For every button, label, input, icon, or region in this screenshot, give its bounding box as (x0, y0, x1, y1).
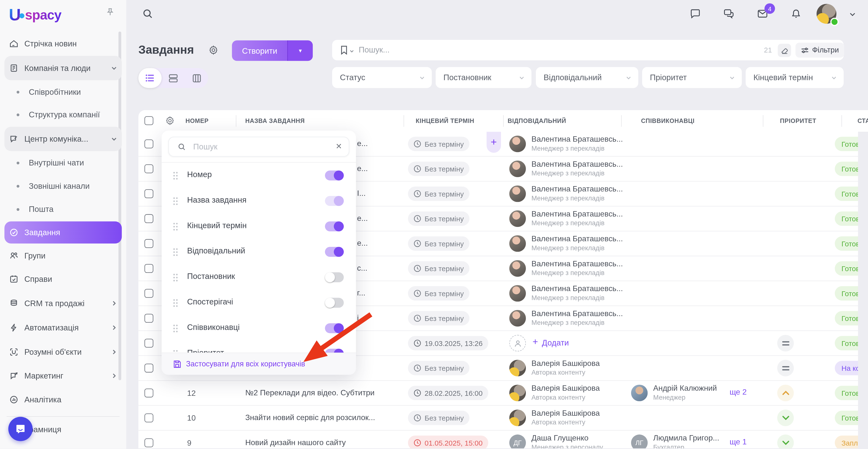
drag-handle-icon[interactable] (173, 324, 178, 332)
filter-deadline[interactable]: Кінцевий термін (746, 67, 844, 88)
deadline-pill[interactable]: Без терміну (408, 311, 469, 325)
create-task-split-button[interactable]: Створити ▼ (232, 40, 313, 61)
row-checkbox[interactable] (145, 139, 153, 148)
responsible-name[interactable]: Валерія Башкірова (531, 409, 600, 417)
priority-badge[interactable] (777, 360, 794, 376)
row-checkbox[interactable] (145, 214, 153, 223)
row-checkbox[interactable] (145, 339, 153, 347)
drag-handle-icon[interactable] (173, 171, 178, 180)
row-checkbox[interactable] (145, 314, 153, 323)
row-checkbox[interactable] (145, 438, 153, 447)
table-row[interactable]: 12 №2 Переклади для відео. Субтитри 28.0… (138, 381, 858, 406)
responsible-name[interactable]: Валентина Браташевсь... (531, 309, 623, 318)
view-list-tab[interactable] (138, 68, 162, 88)
drag-handle-icon[interactable] (173, 223, 178, 231)
task-name-fragment[interactable]: г... (357, 288, 365, 297)
view-kanban-tab[interactable] (185, 68, 208, 88)
global-search-icon[interactable] (142, 8, 153, 20)
deadline-pill[interactable]: Без терміну (408, 411, 469, 425)
columns-gear-icon[interactable] (165, 116, 175, 126)
responsible-name[interactable]: Валентина Браташевсь... (531, 135, 623, 143)
filter-author[interactable]: Постановник (436, 67, 531, 88)
sidebar-item-employees[interactable]: Співробітники (4, 81, 122, 103)
deadline-pill[interactable]: 19.03.2025, 13:26 (408, 336, 488, 350)
deadline-pill[interactable]: Без терміну (408, 187, 469, 201)
close-icon[interactable]: ✕ (336, 142, 342, 150)
row-checkbox[interactable] (145, 414, 153, 422)
uspacy-logo[interactable]: Uspacy (9, 6, 61, 24)
task-name-fragment[interactable]: е... (357, 164, 368, 172)
bell-icon[interactable] (790, 8, 802, 20)
task-name[interactable]: Новий дизайн нашого сайту (245, 438, 346, 447)
task-name[interactable]: Знайти новий сервіс для розсилок... (245, 413, 375, 421)
status-pill[interactable]: Готово (835, 386, 858, 400)
task-name-fragment[interactable]: е... (357, 238, 368, 247)
row-checkbox[interactable] (145, 264, 153, 273)
sidebar-item-marketing[interactable]: Маркетинг (4, 365, 122, 387)
task-name-fragment[interactable]: і... (357, 313, 365, 322)
sidebar-item-todos[interactable]: Справи (4, 268, 122, 290)
col-deadline[interactable]: КІНЦЕВИЙ ТЕРМІН (416, 117, 474, 124)
apply-for-all-users-link[interactable]: Застосувати для всіх користувачів (186, 360, 305, 368)
task-name-fragment[interactable]: с... (357, 263, 367, 272)
row-checkbox[interactable] (145, 239, 153, 248)
tasks-settings-gear-icon[interactable] (208, 45, 219, 55)
column-toggle[interactable] (325, 170, 344, 181)
filters-button[interactable]: Фільтри (796, 42, 844, 58)
filter-priority[interactable]: Пріоритет (642, 67, 742, 88)
task-name[interactable]: №2 Переклади для відео. Субтитри (245, 388, 374, 397)
create-button[interactable]: Створити (232, 40, 287, 61)
view-cards-tab[interactable] (162, 68, 185, 88)
status-pill[interactable]: Заплановано (835, 436, 858, 448)
column-toggle[interactable] (325, 272, 344, 282)
task-name-fragment[interactable]: е... (357, 139, 368, 148)
responsible-name[interactable]: Даша Глущенко (531, 434, 589, 442)
sidebar-item-company[interactable]: Компанія та люди (4, 56, 122, 80)
chats-icon[interactable] (722, 8, 735, 20)
sidebar-item-groups[interactable]: Групи (4, 245, 122, 267)
bookmark-chevron-icon[interactable] (349, 49, 354, 54)
status-pill[interactable]: Готово (835, 336, 858, 350)
row-checkbox[interactable] (145, 388, 153, 397)
create-dropdown-arrow[interactable]: ▼ (287, 40, 313, 61)
filter-status[interactable]: Статус (332, 67, 432, 88)
col-responsible[interactable]: ВІДПОВІДАЛЬНИЙ (508, 117, 566, 124)
more-coexecutors-link[interactable]: ще 1 (730, 437, 746, 446)
popup-search-field[interactable]: Пошук ✕ (168, 137, 349, 157)
column-toggle[interactable] (325, 196, 344, 206)
task-search-bar[interactable]: Пошук... 21 Фільтри (332, 40, 844, 60)
responsible-name[interactable]: Валентина Браташевсь... (531, 284, 623, 293)
popup-column-item[interactable]: Спостерігачі (162, 290, 356, 316)
sidebar-item-external-channels[interactable]: Зовнішні канали (4, 175, 122, 197)
col-status[interactable]: СТАТУС (858, 117, 868, 124)
add-coexecutor-plus-button[interactable]: + (487, 132, 501, 153)
sidebar-item-comm-center[interactable]: Центр комуніка... (4, 127, 122, 151)
responsible-name[interactable]: Валентина Браташевсь... (531, 234, 623, 243)
sidebar-item-crm[interactable]: CRM та продажі (4, 292, 122, 314)
popup-column-item[interactable]: Кінцевий термін (162, 214, 356, 239)
support-chat-button[interactable] (8, 417, 33, 441)
comment-icon[interactable] (689, 8, 701, 20)
responsible-name[interactable]: Валентина Браташевсь... (531, 259, 623, 268)
status-pill[interactable]: На контролі (835, 361, 858, 375)
deadline-pill[interactable]: Без терміну (408, 137, 469, 151)
popup-column-item[interactable]: Постановник (162, 265, 356, 290)
more-coexecutors-link[interactable]: ще 2 (730, 388, 746, 396)
popup-column-item[interactable]: Відповідальний (162, 239, 356, 265)
table-row[interactable]: 9 Новий дизайн нашого сайту 01.05.2025, … (138, 430, 858, 448)
status-pill[interactable]: Готово (835, 187, 858, 201)
responsible-name[interactable]: Валерія Башкірова (531, 359, 600, 367)
add-responsible-button[interactable]: +Додати (532, 338, 569, 348)
clear-filters-eraser-button[interactable] (778, 44, 791, 57)
status-pill[interactable]: Готово (835, 162, 858, 176)
sidebar-item-automation[interactable]: Автоматизація (4, 317, 122, 339)
sidebar-item-analytics[interactable]: Аналітика (4, 388, 122, 411)
sidebar-item-smart-objects[interactable]: Розумні об'єкти (4, 341, 122, 363)
bookmark-icon[interactable] (340, 45, 348, 55)
search-input[interactable]: Пошук... (359, 45, 390, 54)
column-toggle[interactable] (325, 247, 344, 257)
drag-handle-icon[interactable] (173, 299, 178, 307)
sidebar-item-internal-chats[interactable]: Внутрішні чати (4, 152, 122, 174)
task-name-fragment[interactable]: е... (357, 214, 368, 222)
responsible-name[interactable]: Валентина Браташевсь... (531, 184, 623, 193)
